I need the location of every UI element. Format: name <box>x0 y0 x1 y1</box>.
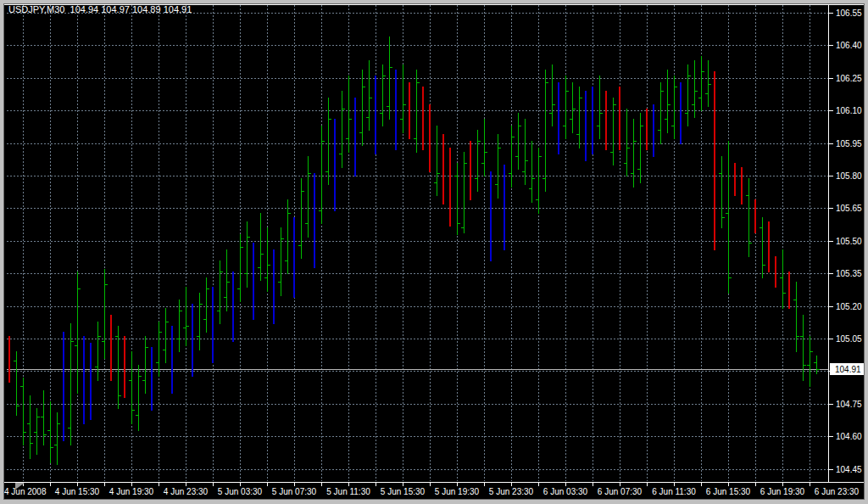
signal-bar-down <box>422 87 424 150</box>
time-axis-label: 6 Jun 15:30 <box>706 487 751 496</box>
price-axis-label: 105.50 <box>836 237 862 246</box>
ohlc-bar <box>549 64 555 126</box>
signal-bar-up <box>83 336 85 424</box>
signal-bar-down <box>619 87 620 150</box>
time-axis-label: 6 Jun 23:30 <box>815 487 860 496</box>
signal-bar-up <box>653 104 654 157</box>
signal-bar-up <box>395 70 397 150</box>
signal-bar-down <box>775 256 776 288</box>
ohlc-bar <box>95 322 101 381</box>
ohlc-bar <box>515 113 521 170</box>
ohlc-bar <box>692 60 698 118</box>
ohlc-bar <box>665 70 670 133</box>
signal-bar-up <box>592 87 593 154</box>
signal-bar-up <box>232 272 234 342</box>
price-axis-label: 105.95 <box>836 139 862 148</box>
ohlc-bar <box>529 141 535 203</box>
ohlc-bar <box>698 56 704 111</box>
ohlc-bar <box>224 249 230 311</box>
ohlc-bar <box>658 82 664 144</box>
signal-bar-up <box>90 343 92 420</box>
price-chart-canvas[interactable]: 106.55106.40106.25106.10105.95105.80105.… <box>0 0 868 504</box>
time-axis-label: 4 Jun 2008 <box>4 487 47 496</box>
price-axis-label: 105.20 <box>836 302 862 311</box>
ohlc-bar <box>346 76 352 153</box>
time-axis-label: 6 Jun 03:30 <box>543 487 588 496</box>
signal-bar-down <box>714 71 715 250</box>
signal-bar-down <box>741 167 743 204</box>
price-axis-label: 104.60 <box>836 432 862 441</box>
signal-bar-up <box>314 173 315 268</box>
ohlc-bar <box>319 126 325 224</box>
ohlc-bar <box>807 336 813 387</box>
ohlc-bar <box>244 221 250 288</box>
ohlc-bar <box>671 76 677 139</box>
ohlc-bar <box>726 141 732 294</box>
ohlc-bar <box>576 87 582 148</box>
ohlc-bar <box>163 308 169 363</box>
svg-text:104.91: 104.91 <box>835 365 861 374</box>
signal-bar-down <box>788 272 790 309</box>
signal-bar-up <box>375 76 376 154</box>
signal-bar-down <box>409 82 410 139</box>
ohlc-bar <box>136 365 142 431</box>
signal-bar-down <box>470 141 471 200</box>
ohlc-bar <box>359 70 365 146</box>
time-axis-label: 6 Jun 11:30 <box>652 487 696 496</box>
ohlc-bar <box>20 378 26 445</box>
ohlc-bar <box>685 64 691 126</box>
time-axis-label: 5 Jun 15:30 <box>381 487 426 496</box>
time-axis[interactable]: 4 Jun 20084 Jun 15:304 Jun 19:304 Jun 23… <box>4 483 860 496</box>
signal-bar-up <box>585 91 587 161</box>
ohlc-bar <box>27 395 33 459</box>
ohlc-bar <box>305 156 311 238</box>
ohlc-bar <box>454 163 460 235</box>
ohlc-bar <box>75 272 81 394</box>
ohlc-bar <box>366 60 372 131</box>
signal-bar-up <box>293 217 295 298</box>
ohlc-bar <box>563 76 569 139</box>
price-axis-label: 105.80 <box>836 171 862 181</box>
signal-bar-up <box>354 98 356 176</box>
ohlc-bar <box>380 64 386 126</box>
price-axis-label: 104.45 <box>836 465 862 474</box>
price-axis[interactable]: 106.55106.40106.25106.10105.95105.80105.… <box>829 8 862 474</box>
time-axis-label: 6 Jun 07:30 <box>598 487 643 496</box>
ohlc-bar <box>481 119 487 176</box>
signal-bar-down <box>449 148 451 227</box>
signal-bar-down <box>734 163 736 196</box>
time-axis-label: 4 Jun 23:30 <box>164 487 209 496</box>
ohlc-bar <box>176 300 182 352</box>
ohlc-bar <box>760 217 765 278</box>
ohlc-bar <box>542 70 548 192</box>
ohlc-bar <box>258 213 264 281</box>
ohlc-bar <box>793 282 799 352</box>
signal-bar-up <box>504 165 505 250</box>
ohlc-bar <box>285 199 291 274</box>
price-axis-label: 106.25 <box>836 74 862 83</box>
signal-bar-down <box>429 104 431 172</box>
price-axis-label: 104.75 <box>836 400 862 409</box>
current-price-label: 104.91 <box>830 363 865 375</box>
ohlc-bar <box>610 98 616 165</box>
ohlc-bar <box>14 351 19 416</box>
ohlc-bar <box>264 227 270 292</box>
time-axis-label: 6 Jun 19:30 <box>760 487 805 496</box>
signal-bar-down <box>605 91 607 150</box>
signal-bar-down <box>768 221 770 272</box>
ohlc-bar <box>509 126 515 188</box>
signal-bar-up <box>151 347 153 411</box>
ohlc-bar <box>54 412 60 465</box>
ohlc-bar <box>142 336 148 394</box>
price-axis-label: 106.10 <box>836 106 862 115</box>
ohlc-bar <box>298 178 304 259</box>
signal-bar-down <box>442 134 444 204</box>
signal-bar-up <box>558 82 559 154</box>
price-axis-label: 105.05 <box>836 334 862 344</box>
signal-bar-up <box>334 119 336 211</box>
time-axis-label: 5 Jun 19:30 <box>435 487 480 496</box>
price-axis-label: 106.40 <box>836 41 862 50</box>
ohlc-bar <box>637 113 643 183</box>
ohlc-bar <box>597 76 603 139</box>
signal-bar-down <box>754 199 756 233</box>
